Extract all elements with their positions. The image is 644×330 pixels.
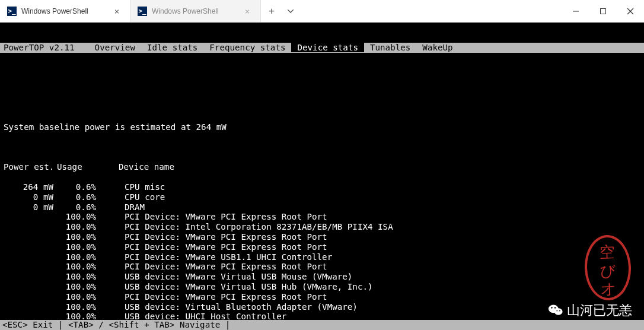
cell-power xyxy=(4,302,57,312)
svg-point-9 xyxy=(554,308,563,315)
cell-usage: 100.0% xyxy=(57,212,96,222)
powertop-menu-tunables[interactable]: Tunables xyxy=(364,43,416,53)
watermark-text: 山河已无恙 xyxy=(567,302,632,319)
svg-rect-1 xyxy=(601,8,606,14)
cell-device-name: DRAM xyxy=(96,202,145,212)
cell-device-name: PCI Device: Intel Corporation 82371AB/EB… xyxy=(96,222,393,232)
cell-power xyxy=(4,252,57,262)
cell-power: 0 mW xyxy=(4,202,57,212)
cell-power xyxy=(4,272,57,282)
maximize-button[interactable] xyxy=(589,0,617,22)
table-row: 100.0%PCI Device: VMware PCI Express Roo… xyxy=(4,292,640,302)
cell-usage: 0.6% xyxy=(57,202,96,212)
window-titlebar: >_ Windows PowerShell × >_ Windows Power… xyxy=(0,0,644,23)
baseline-text: System baseline power is estimated at 26… xyxy=(4,122,640,132)
new-tab-button[interactable]: + xyxy=(261,0,282,22)
table-row: 100.0%USB device: Virtual Bluetooth Adap… xyxy=(4,302,640,312)
red-seal-stamp: 空 び オ xyxy=(584,234,632,302)
tab-powershell-2[interactable]: >_ Windows PowerShell × xyxy=(130,0,261,22)
table-row: 0 mW0.6%CPU core xyxy=(4,192,640,202)
cell-device-name: PCI Device: VMware PCI Express Root Port xyxy=(96,232,327,242)
table-row: 0 mW0.6%DRAM xyxy=(4,202,640,212)
cell-device-name: CPU core xyxy=(96,192,165,202)
close-icon[interactable]: × xyxy=(111,7,123,16)
cell-device-name: PCI Device: VMware PCI Express Root Port xyxy=(96,242,327,252)
cell-usage: 0.6% xyxy=(57,182,96,192)
powertop-menu-frequency-stats[interactable]: Frequency stats xyxy=(203,43,291,53)
svg-point-12 xyxy=(556,310,557,312)
cell-power xyxy=(4,292,57,302)
cell-power xyxy=(4,242,57,252)
col-name-header: Device name xyxy=(96,162,174,172)
table-row: 264 mW0.6%CPU misc xyxy=(4,182,640,192)
tab-title: Windows PowerShell xyxy=(152,7,237,15)
terminal-output[interactable]: PowerTOP v2.11 OverviewIdle statsFrequen… xyxy=(0,23,644,330)
table-row: 100.0%PCI Device: VMware PCI Express Roo… xyxy=(4,242,640,252)
cell-usage: 100.0% xyxy=(57,302,96,312)
table-row: 100.0%PCI Device: VMware PCI Express Roo… xyxy=(4,212,640,222)
powertop-version: PowerTOP v2.11 xyxy=(0,43,89,53)
cell-device-name: USB device: Virtual Bluetooth Adapter (V… xyxy=(96,302,358,312)
wechat-icon xyxy=(548,304,563,317)
cell-device-name: PCI Device: VMware PCI Express Root Port xyxy=(96,292,327,302)
cell-usage: 0.6% xyxy=(57,192,96,202)
table-row: 100.0%PCI Device: VMware PCI Express Roo… xyxy=(4,262,640,272)
svg-point-13 xyxy=(559,310,560,312)
cell-power xyxy=(4,222,57,232)
cell-power: 0 mW xyxy=(4,192,57,202)
tab-title: Windows PowerShell xyxy=(21,7,106,15)
cell-device-name: USB device: VMware Virtual USB Mouse (VM… xyxy=(96,272,352,282)
table-row: 100.0%PCI Device: Intel Corporation 8237… xyxy=(4,222,640,232)
table-row: 100.0%PCI Device: VMware PCI Express Roo… xyxy=(4,232,640,242)
cell-power xyxy=(4,262,57,272)
cell-power xyxy=(4,232,57,242)
powertop-menu-idle-stats[interactable]: Idle stats xyxy=(141,43,203,53)
powershell-icon: >_ xyxy=(138,7,147,16)
powertop-menu-wakeup[interactable]: WakeUp xyxy=(416,43,458,53)
powertop-content: System baseline power is estimated at 26… xyxy=(0,72,644,330)
table-header: Power est.UsageDevice name xyxy=(4,162,640,172)
minimize-button[interactable] xyxy=(562,0,589,22)
cell-usage: 100.0% xyxy=(57,242,96,252)
tab-dropdown[interactable] xyxy=(282,0,299,22)
powertop-menu-overview[interactable]: Overview xyxy=(89,43,141,53)
svg-text:び: び xyxy=(600,263,616,281)
table-row: 100.0%PCI Device: VMware USB1.1 UHCI Con… xyxy=(4,252,640,262)
tab-powershell-1[interactable]: >_ Windows PowerShell × xyxy=(0,0,130,22)
svg-text:空: 空 xyxy=(600,244,616,262)
cell-device-name: CPU misc xyxy=(96,182,165,192)
blank-line xyxy=(4,103,640,113)
cell-device-name: USB device: VMware Virtual USB Hub (VMwa… xyxy=(96,282,373,292)
close-icon[interactable]: × xyxy=(241,7,253,16)
watermark: 山河已无恙 xyxy=(548,302,632,319)
powertop-footer: <ESC> Exit | <TAB> / <Shift + TAB> Navig… xyxy=(0,320,644,330)
cell-usage: 100.0% xyxy=(57,232,96,242)
table-row: 100.0%USB device: VMware Virtual USB Hub… xyxy=(4,282,640,292)
svg-text:オ: オ xyxy=(600,281,617,299)
cell-usage: 100.0% xyxy=(57,292,96,302)
cell-usage: 100.0% xyxy=(57,252,96,262)
blank-line xyxy=(4,142,640,153)
powertop-menubar: PowerTOP v2.11 OverviewIdle statsFrequen… xyxy=(0,43,644,53)
cell-usage: 100.0% xyxy=(57,262,96,272)
powertop-menu-device-stats[interactable]: Device stats xyxy=(291,43,364,53)
powershell-icon: >_ xyxy=(7,7,17,16)
blank-line xyxy=(4,82,640,93)
cell-usage: 100.0% xyxy=(57,222,96,232)
cell-usage: 100.0% xyxy=(57,272,96,282)
svg-point-11 xyxy=(554,307,556,308)
svg-point-10 xyxy=(551,307,552,308)
cell-device-name: PCI Device: VMware USB1.1 UHCI Controlle… xyxy=(96,252,332,262)
close-window-button[interactable] xyxy=(617,0,644,22)
cell-power: 264 mW xyxy=(4,182,57,192)
col-usage-header: Usage xyxy=(57,162,96,172)
cell-power xyxy=(4,282,57,292)
table-row: 100.0%USB device: VMware Virtual USB Mou… xyxy=(4,272,640,282)
cell-device-name: PCI Device: VMware PCI Express Root Port xyxy=(96,212,327,222)
cell-usage: 100.0% xyxy=(57,282,96,292)
cell-device-name: PCI Device: VMware PCI Express Root Port xyxy=(96,262,327,272)
cell-power xyxy=(4,212,57,222)
